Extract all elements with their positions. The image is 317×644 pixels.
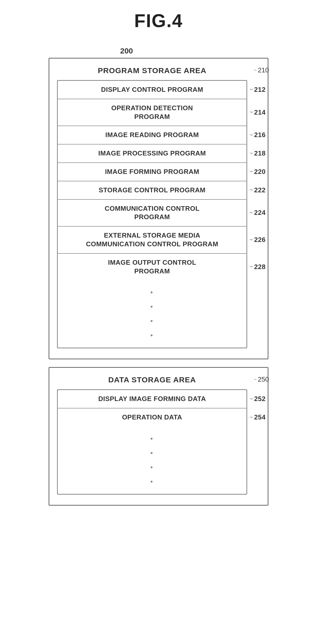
program-items-list: DISPLAY CONTROL PROGRAM 212 OPERATION DE… xyxy=(58,81,246,280)
program-item-216: IMAGE READING PROGRAM 216 xyxy=(58,126,246,145)
program-storage-area-box: 210 PROGRAM STORAGE AREA DISPLAY CONTROL… xyxy=(49,58,268,359)
ref-228: 228 xyxy=(250,263,266,271)
program-item-226: EXTERNAL STORAGE MEDIACOMMUNICATION CONT… xyxy=(58,227,246,254)
ref-252: 252 xyxy=(250,395,266,403)
program-item-222: STORAGE CONTROL PROGRAM 222 xyxy=(58,181,246,200)
ref-216: 216 xyxy=(250,131,266,139)
ref-220: 220 xyxy=(250,168,266,176)
program-item-214: OPERATION DETECTIONPROGRAM 214 xyxy=(58,99,246,126)
programs-inner-box: DISPLAY CONTROL PROGRAM 212 OPERATION DE… xyxy=(57,80,247,348)
ref-212: 212 xyxy=(250,85,266,94)
program-item-212: DISPLAY CONTROL PROGRAM 212 xyxy=(58,81,246,99)
ref-210: 210 xyxy=(254,66,269,74)
program-item-228: IMAGE OUTPUT CONTROLPROGRAM 228 xyxy=(58,254,246,280)
ref-224: 224 xyxy=(250,208,266,217)
data-storage-area-box: 250 DATA STORAGE AREA DISPLAY IMAGE FORM… xyxy=(49,367,268,506)
program-item-218: IMAGE PROCESSING PROGRAM 218 xyxy=(58,145,246,163)
data-storage-area-label: DATA STORAGE AREA xyxy=(57,375,247,384)
program-item-220: IMAGE FORMING PROGRAM 220 xyxy=(58,163,246,181)
program-storage-area-label: PROGRAM STORAGE AREA xyxy=(57,66,247,75)
program-item-224: COMMUNICATION CONTROLPROGRAM 224 xyxy=(58,200,246,227)
ref-200: 200 xyxy=(120,47,133,55)
ref-226: 226 xyxy=(250,236,266,244)
data-inner-box: DISPLAY IMAGE FORMING DATA 252 OPERATION… xyxy=(57,389,247,495)
ref-218: 218 xyxy=(250,149,266,158)
ref-254: 254 xyxy=(250,413,266,422)
data-items-list: DISPLAY IMAGE FORMING DATA 252 OPERATION… xyxy=(58,390,246,426)
data-dots: •••• xyxy=(58,426,246,494)
ref-222: 222 xyxy=(250,186,266,195)
program-dots: •••• xyxy=(58,280,246,348)
ref-250: 250 xyxy=(254,375,269,383)
figure-title: FIG.4 xyxy=(134,10,183,31)
data-item-252: DISPLAY IMAGE FORMING DATA 252 xyxy=(58,390,246,408)
data-item-254: OPERATION DATA 254 xyxy=(58,408,246,426)
ref-214: 214 xyxy=(250,108,266,117)
